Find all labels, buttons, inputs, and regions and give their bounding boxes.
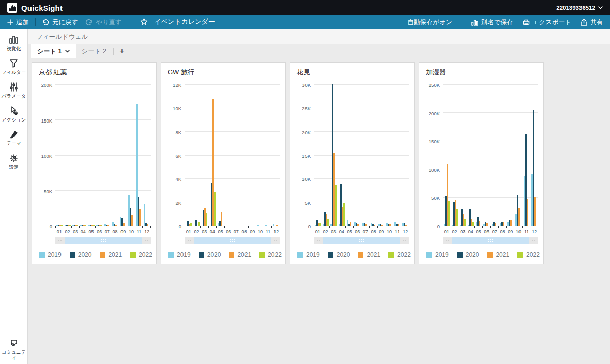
quicksight-logo-icon[interactable]	[7, 3, 17, 13]
bar-2022-05[interactable]	[93, 225, 95, 226]
bar-2022-04[interactable]	[85, 225, 86, 226]
scrollbar-right-cap[interactable]	[400, 237, 409, 244]
autosave-status[interactable]: 自動保存がオン	[407, 18, 452, 27]
scrollbar-left-cap[interactable]	[314, 237, 323, 244]
favorite-star-icon[interactable]	[140, 18, 148, 27]
bar-2022-01[interactable]	[61, 225, 63, 226]
bar-2022-04[interactable]	[472, 222, 474, 226]
legend-item-2022[interactable]: 2022	[517, 251, 540, 258]
bar-2021-05[interactable]	[479, 221, 480, 226]
legend-item-2019[interactable]: 2019	[168, 251, 191, 258]
export-button[interactable]: エクスポート	[523, 18, 571, 27]
bar-2021-11[interactable]	[527, 199, 528, 226]
legend-item-2019[interactable]: 2019	[297, 251, 320, 258]
bar-2022-01[interactable]	[448, 201, 450, 226]
bar-2021-11[interactable]	[139, 209, 141, 226]
share-button[interactable]: 共有	[581, 18, 603, 27]
scrollbar-thumb[interactable]	[452, 237, 529, 244]
bar-2021-06[interactable]	[486, 223, 488, 226]
bar-2021-07[interactable]	[107, 225, 109, 226]
bar-2021-09[interactable]	[381, 225, 383, 226]
legend-item-2021[interactable]: 2021	[487, 251, 509, 258]
bar-2019-10[interactable]	[257, 225, 259, 226]
legend-item-2020[interactable]: 2020	[457, 251, 479, 258]
bar-2019-12[interactable]	[273, 224, 274, 226]
bar-2021-10[interactable]	[131, 215, 133, 226]
add-sheet-button[interactable]: +	[115, 44, 129, 58]
bar-2021-10[interactable]	[518, 208, 520, 226]
legend-item-2020[interactable]: 2020	[199, 251, 221, 258]
scrollbar-left-cap[interactable]	[185, 237, 194, 244]
tab-sheet-1[interactable]: シート 1	[31, 44, 76, 58]
bar-2020-02[interactable]	[195, 220, 197, 226]
legend-item-2019[interactable]: 2019	[39, 251, 62, 258]
bar-2022-03[interactable]	[77, 225, 78, 226]
legend-item-2020[interactable]: 2020	[70, 251, 92, 258]
visual-card-4[interactable]: 加湿器050K100K150K200K250K01020304050607080…	[419, 62, 544, 264]
scrollbar-thumb[interactable]	[65, 237, 142, 244]
scrollbar-right-cap[interactable]	[142, 237, 151, 244]
bar-2022-06[interactable]	[101, 225, 102, 226]
bar-2021-07[interactable]	[495, 223, 496, 226]
analysis-title-field[interactable]: イベントカレンダー	[153, 17, 247, 28]
scrollbar-thumb[interactable]	[323, 237, 400, 244]
scrollbar-right-cap[interactable]	[529, 237, 538, 244]
sidebar-item-filter[interactable]: フィルター	[0, 58, 27, 75]
bar-2022-01[interactable]	[190, 223, 192, 226]
sidebar-item-themes[interactable]: テーマ	[0, 130, 27, 146]
legend-item-2022[interactable]: 2022	[259, 251, 282, 258]
bar-2021-09[interactable]	[510, 220, 512, 226]
bar-2022-02[interactable]	[69, 225, 71, 226]
sidebar-item-actions[interactable]: アクション	[0, 106, 27, 123]
account-menu[interactable]: 220139336512	[556, 5, 603, 11]
visual-card-2[interactable]: GW 旅行02K4K6K8K10K12K01020304050607080910…	[161, 62, 286, 264]
bar-2021-09[interactable]	[123, 223, 125, 226]
bar-2022-02[interactable]	[198, 222, 200, 226]
scrollbar-thumb[interactable]	[194, 237, 271, 244]
bar-2021-08[interactable]	[374, 225, 375, 226]
scrollbar-left-cap[interactable]	[55, 237, 65, 244]
sidebar-item-community[interactable]: コミュニティ	[0, 339, 27, 361]
bar-2021-07[interactable]	[365, 224, 367, 226]
bar-2022-01[interactable]	[319, 223, 321, 226]
legend-item-2021[interactable]: 2021	[100, 251, 122, 258]
bar-2022-04[interactable]	[214, 192, 216, 226]
bar-2022-03[interactable]	[206, 213, 207, 226]
tab-sheet-2[interactable]: シート 2	[76, 44, 113, 58]
bar-2021-11[interactable]	[398, 224, 399, 226]
save-as-button[interactable]: 別名で保存	[471, 18, 513, 27]
bar-2021-12[interactable]	[276, 225, 278, 226]
redo-button[interactable]: やり直す	[85, 18, 122, 27]
bar-2022-03[interactable]	[464, 219, 466, 226]
bar-2022-02[interactable]	[456, 209, 458, 226]
bar-2019-11[interactable]	[265, 225, 267, 226]
sidebar-item-parameters[interactable]: パラメータ	[0, 82, 27, 99]
bar-2021-05[interactable]	[221, 212, 222, 226]
bar-2021-08[interactable]	[503, 222, 504, 226]
sidebar-item-visualize[interactable]: 視覚化	[0, 35, 27, 52]
scrollbar-left-cap[interactable]	[443, 237, 452, 244]
bar-2021-08[interactable]	[115, 225, 117, 226]
undo-button[interactable]: 元に戻す	[42, 18, 78, 27]
visual-card-1[interactable]: 京都 紅葉050K100K150K200K0102030405060708091…	[32, 62, 157, 264]
bar-2021-05[interactable]	[350, 222, 351, 226]
sidebar-item-settings[interactable]: 設定	[0, 153, 27, 170]
bar-2022-04[interactable]	[343, 203, 345, 226]
scrollbar-right-cap[interactable]	[271, 237, 280, 244]
bar-2021-12[interactable]	[405, 225, 407, 226]
legend-item-2019[interactable]: 2019	[426, 251, 449, 258]
bar-2021-06[interactable]	[357, 224, 359, 226]
bar-2022-02[interactable]	[327, 219, 329, 226]
bar-2022-03[interactable]	[335, 185, 337, 226]
legend-item-2020[interactable]: 2020	[328, 251, 350, 258]
bar-2021-10[interactable]	[389, 224, 391, 226]
visual-card-3[interactable]: 花見05K10K15K20K25K30K01020304050607080910…	[290, 62, 415, 264]
bar-2021-12[interactable]	[147, 224, 148, 226]
add-button[interactable]: 追加	[7, 18, 29, 27]
field-well-bar[interactable]: フィールドウェル	[28, 29, 610, 44]
legend-item-2022[interactable]: 2022	[388, 251, 411, 258]
bar-2021-12[interactable]	[534, 197, 536, 226]
legend-item-2022[interactable]: 2022	[130, 251, 152, 258]
legend-item-2021[interactable]: 2021	[229, 251, 251, 258]
legend-item-2021[interactable]: 2021	[358, 251, 380, 258]
